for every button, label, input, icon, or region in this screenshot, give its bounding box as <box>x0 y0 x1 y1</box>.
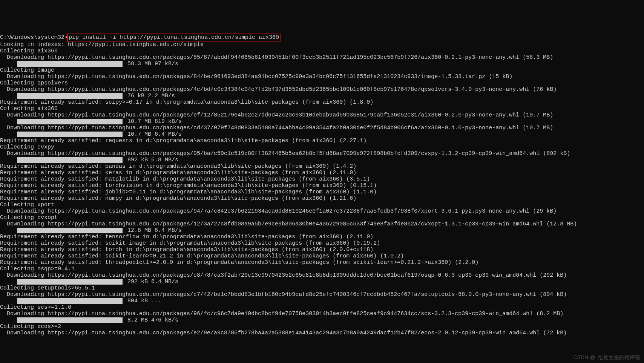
progress-bar <box>17 93 123 99</box>
progress-bar <box>17 157 123 163</box>
output-line: Requirement already satisfied: torchvisi… <box>0 182 644 189</box>
output-line: 10.7 MB 819 kB/s <box>0 118 644 125</box>
output-line: Downloading https://pypi.tuna.tsinghua.e… <box>0 112 644 118</box>
output-line: Downloading https://pypi.tuna.tsinghua.e… <box>0 221 644 227</box>
command-highlight: pip install -i https://pypi.tuna.tsinghu… <box>67 34 281 41</box>
output-line: Collecting Image <box>0 67 644 74</box>
output-line: 58.3 MB 97 kB/s <box>0 61 644 67</box>
progress-bar <box>17 317 123 323</box>
output-line: Collecting osqp>=0.4.1 <box>0 266 644 272</box>
output-line: Requirement already satisfied: threadpoo… <box>0 259 644 266</box>
progress-bar <box>17 61 123 67</box>
command-line: C:\Windows\system32>pip install -i https… <box>0 34 281 41</box>
watermark-text: CSDN @_给处女座的程序猿 <box>573 354 640 361</box>
output-line: Downloading https://pypi.tuna.tsinghua.e… <box>0 272 644 279</box>
progress-text: 10.7 MB 6.4 MB/s <box>124 131 182 138</box>
output-line: 76 kB 2.2 MB/s <box>0 93 644 99</box>
progress-bar <box>17 132 123 137</box>
progress-text: 76 kB 2.2 MB/s <box>124 93 175 99</box>
output-line: 892 kB 6.8 MB/s <box>0 157 644 163</box>
output-line: 804 kB ... <box>0 298 644 304</box>
progress-text: 58.3 MB 97 kB/s <box>124 61 178 67</box>
progress-bar <box>17 119 123 124</box>
output-line: Collecting qpsolvers <box>0 80 644 86</box>
output-line: 8.2 MB 476 kB/s <box>0 317 644 323</box>
output-line: Requirement already satisfied: pandas in… <box>0 163 644 170</box>
output-line: Collecting aix360 <box>0 106 644 112</box>
output-line: Requirement already satisfied: numpy in … <box>0 195 644 202</box>
output-line: Collecting ecos>=2 <box>0 323 644 330</box>
output-line: 12.8 MB 6.4 MB/s <box>0 227 644 234</box>
output-line: Collecting scs>=1.1.6 <box>0 304 644 311</box>
output-line: Collecting xport <box>0 202 644 208</box>
output-line: Downloading https://pypi.tuna.tsinghua.e… <box>0 208 644 214</box>
progress-text: 804 kB ... <box>124 298 161 304</box>
output-line: 10.7 MB 6.4 MB/s <box>0 131 644 138</box>
output-line: Requirement already satisfied: torch in … <box>0 247 644 253</box>
output-line: Requirement already satisfied: keras in … <box>0 170 644 176</box>
progress-bar <box>17 228 123 233</box>
output-line: Collecting cvxpy <box>0 144 644 150</box>
progress-text: 8.2 MB 476 kB/s <box>124 317 178 323</box>
output-line: Requirement already satisfied: scipy>=0.… <box>0 99 644 106</box>
output-line: Requirement already satisfied: scikit-im… <box>0 240 644 247</box>
output-line: Requirement already satisfied: scikit-le… <box>0 253 644 259</box>
output-line: Downloading https://pypi.tuna.tsinghua.e… <box>0 86 644 93</box>
progress-text: 10.7 MB 819 kB/s <box>124 118 182 125</box>
output-line: 292 kB 6.4 MB/s <box>0 279 644 285</box>
output-line: Downloading https://pypi.tuna.tsinghua.e… <box>0 291 644 298</box>
progress-text: 892 kB 6.8 MB/s <box>124 157 178 163</box>
prompt-prefix: C:\Windows\system32> <box>0 34 68 41</box>
output-line: Requirement already satisfied: tensorflo… <box>0 234 644 240</box>
output-line: Downloading https://pypi.tuna.tsinghua.e… <box>0 311 644 317</box>
output-lines: Looking in indexes: https://pypi.tuna.ts… <box>0 41 644 336</box>
terminal-output[interactable]: C:\Windows\system32>pip install -i https… <box>0 26 644 343</box>
output-line: Requirement already satisfied: requests … <box>0 138 644 144</box>
progress-text: 12.8 MB 6.4 MB/s <box>124 227 182 234</box>
output-line: Collecting cvxopt <box>0 214 644 221</box>
output-line: Requirement already satisfied: matplotli… <box>0 176 644 182</box>
progress-text: 292 kB 6.4 MB/s <box>124 279 178 285</box>
progress-bar <box>17 279 123 285</box>
output-line: Downloading https://pypi.tuna.tsinghua.e… <box>0 330 644 336</box>
output-line: Downloading https://pypi.tuna.tsinghua.e… <box>0 74 644 80</box>
output-line: Looking in indexes: https://pypi.tuna.ts… <box>0 41 644 48</box>
output-line: Collecting aix360 <box>0 48 644 54</box>
output-line: Downloading https://pypi.tuna.tsinghua.e… <box>0 150 644 157</box>
output-line: Collecting setuptools>65.5.1 <box>0 285 644 291</box>
output-line: Downloading https://pypi.tuna.tsinghua.e… <box>0 125 644 131</box>
progress-bar <box>17 298 123 304</box>
output-line: Requirement already satisfied: joblib>=0… <box>0 189 644 195</box>
output-line: Downloading https://pypi.tuna.tsinghua.e… <box>0 54 644 61</box>
